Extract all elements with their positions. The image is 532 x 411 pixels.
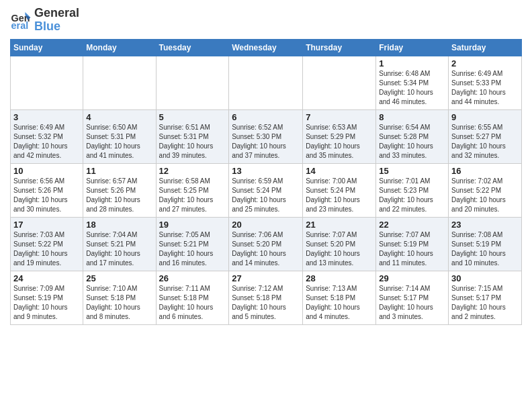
- calendar-cell: [11, 56, 83, 109]
- calendar-cell: [83, 56, 156, 109]
- day-number: 3: [13, 112, 80, 122]
- day-info: Sunrise: 7:13 AM Sunset: 5:18 PM Dayligh…: [306, 284, 373, 322]
- calendar-cell: [229, 56, 303, 109]
- day-number: 16: [451, 166, 519, 176]
- day-info: Sunrise: 6:54 AM Sunset: 5:28 PM Dayligh…: [379, 123, 445, 161]
- day-info: Sunrise: 6:49 AM Sunset: 5:32 PM Dayligh…: [13, 123, 80, 161]
- day-info: Sunrise: 7:00 AM Sunset: 5:24 PM Dayligh…: [306, 177, 373, 214]
- day-number: 5: [159, 112, 226, 122]
- day-info: Sunrise: 6:52 AM Sunset: 5:30 PM Dayligh…: [232, 123, 300, 161]
- calendar-cell: 22Sunrise: 7:07 AM Sunset: 5:19 PM Dayli…: [376, 217, 449, 271]
- calendar-cell: 11Sunrise: 6:57 AM Sunset: 5:26 PM Dayli…: [83, 163, 156, 217]
- calendar-cell: 21Sunrise: 7:07 AM Sunset: 5:20 PM Dayli…: [303, 217, 376, 271]
- day-number: 15: [379, 166, 445, 176]
- calendar-header-row: SundayMondayTuesdayWednesdayThursdayFrid…: [11, 39, 522, 56]
- calendar-cell: 4Sunrise: 6:50 AM Sunset: 5:31 PM Daylig…: [83, 109, 156, 163]
- day-info: Sunrise: 7:09 AM Sunset: 5:19 PM Dayligh…: [13, 284, 80, 322]
- day-number: 26: [159, 273, 226, 283]
- logo-text-blue: Blue: [34, 20, 79, 34]
- calendar-week-row: 1Sunrise: 6:48 AM Sunset: 5:34 PM Daylig…: [11, 56, 522, 109]
- day-info: Sunrise: 6:49 AM Sunset: 5:33 PM Dayligh…: [451, 69, 519, 107]
- day-info: Sunrise: 6:51 AM Sunset: 5:31 PM Dayligh…: [159, 123, 226, 161]
- calendar-cell: 13Sunrise: 6:59 AM Sunset: 5:24 PM Dayli…: [229, 163, 303, 217]
- day-number: 14: [306, 166, 373, 176]
- day-number: 4: [86, 112, 152, 122]
- day-info: Sunrise: 6:48 AM Sunset: 5:34 PM Dayligh…: [379, 69, 445, 107]
- calendar-cell: 12Sunrise: 6:58 AM Sunset: 5:25 PM Dayli…: [156, 163, 229, 217]
- calendar-cell: 16Sunrise: 7:02 AM Sunset: 5:22 PM Dayli…: [449, 163, 522, 217]
- day-number: 6: [232, 112, 300, 122]
- day-info: Sunrise: 7:07 AM Sunset: 5:20 PM Dayligh…: [306, 230, 373, 268]
- weekday-header-friday: Friday: [376, 39, 449, 56]
- day-info: Sunrise: 7:05 AM Sunset: 5:21 PM Dayligh…: [159, 230, 226, 268]
- day-number: 24: [13, 273, 80, 283]
- day-number: 1: [379, 58, 445, 68]
- day-number: 29: [379, 273, 445, 283]
- day-info: Sunrise: 7:15 AM Sunset: 5:17 PM Dayligh…: [451, 284, 519, 322]
- day-number: 23: [451, 220, 519, 230]
- calendar-cell: 29Sunrise: 7:14 AM Sunset: 5:17 PM Dayli…: [376, 271, 449, 324]
- calendar-cell: 5Sunrise: 6:51 AM Sunset: 5:31 PM Daylig…: [156, 109, 229, 163]
- weekday-header-monday: Monday: [83, 39, 156, 56]
- day-info: Sunrise: 7:14 AM Sunset: 5:17 PM Dayligh…: [379, 284, 445, 322]
- day-number: 7: [306, 112, 373, 122]
- calendar-cell: 19Sunrise: 7:05 AM Sunset: 5:21 PM Dayli…: [156, 217, 229, 271]
- day-info: Sunrise: 6:59 AM Sunset: 5:24 PM Dayligh…: [232, 177, 300, 214]
- day-info: Sunrise: 7:10 AM Sunset: 5:18 PM Dayligh…: [86, 284, 152, 322]
- day-number: 19: [159, 220, 226, 230]
- calendar-cell: 14Sunrise: 7:00 AM Sunset: 5:24 PM Dayli…: [303, 163, 376, 217]
- day-info: Sunrise: 6:53 AM Sunset: 5:29 PM Dayligh…: [306, 123, 373, 161]
- day-number: 13: [232, 166, 300, 176]
- calendar-week-row: 17Sunrise: 7:03 AM Sunset: 5:22 PM Dayli…: [11, 217, 522, 271]
- day-info: Sunrise: 7:03 AM Sunset: 5:22 PM Dayligh…: [13, 230, 80, 268]
- day-number: 20: [232, 220, 300, 230]
- calendar-cell: 3Sunrise: 6:49 AM Sunset: 5:32 PM Daylig…: [11, 109, 83, 163]
- calendar-cell: 8Sunrise: 6:54 AM Sunset: 5:28 PM Daylig…: [376, 109, 449, 163]
- weekday-header-tuesday: Tuesday: [156, 39, 229, 56]
- calendar-cell: 9Sunrise: 6:55 AM Sunset: 5:27 PM Daylig…: [449, 109, 522, 163]
- logo-text-general: General: [34, 7, 79, 20]
- calendar-cell: 25Sunrise: 7:10 AM Sunset: 5:18 PM Dayli…: [83, 271, 156, 324]
- calendar-cell: 2Sunrise: 6:49 AM Sunset: 5:33 PM Daylig…: [449, 56, 522, 109]
- calendar-cell: 24Sunrise: 7:09 AM Sunset: 5:19 PM Dayli…: [11, 271, 83, 324]
- calendar-cell: 27Sunrise: 7:12 AM Sunset: 5:18 PM Dayli…: [229, 271, 303, 324]
- weekday-header-thursday: Thursday: [303, 39, 376, 56]
- day-number: 2: [451, 58, 519, 68]
- calendar-cell: 10Sunrise: 6:56 AM Sunset: 5:26 PM Dayli…: [11, 163, 83, 217]
- day-info: Sunrise: 6:55 AM Sunset: 5:27 PM Dayligh…: [451, 123, 519, 161]
- day-info: Sunrise: 6:58 AM Sunset: 5:25 PM Dayligh…: [159, 177, 226, 214]
- calendar-cell: 20Sunrise: 7:06 AM Sunset: 5:20 PM Dayli…: [229, 217, 303, 271]
- logo: Gen eral General Blue: [10, 7, 79, 34]
- day-info: Sunrise: 7:11 AM Sunset: 5:18 PM Dayligh…: [159, 284, 226, 322]
- calendar-week-row: 24Sunrise: 7:09 AM Sunset: 5:19 PM Dayli…: [11, 271, 522, 324]
- day-number: 27: [232, 273, 300, 283]
- page-container: Gen eral General Blue SundayMondayTuesda…: [0, 0, 532, 328]
- calendar-cell: 30Sunrise: 7:15 AM Sunset: 5:17 PM Dayli…: [449, 271, 522, 324]
- calendar-cell: 6Sunrise: 6:52 AM Sunset: 5:30 PM Daylig…: [229, 109, 303, 163]
- calendar-cell: 28Sunrise: 7:13 AM Sunset: 5:18 PM Dayli…: [303, 271, 376, 324]
- day-number: 22: [379, 220, 445, 230]
- calendar-cell: 18Sunrise: 7:04 AM Sunset: 5:21 PM Dayli…: [83, 217, 156, 271]
- day-info: Sunrise: 7:08 AM Sunset: 5:19 PM Dayligh…: [451, 230, 519, 268]
- day-number: 9: [451, 112, 519, 122]
- day-number: 10: [13, 166, 80, 176]
- day-info: Sunrise: 6:50 AM Sunset: 5:31 PM Dayligh…: [86, 123, 152, 161]
- calendar-cell: [303, 56, 376, 109]
- day-number: 8: [379, 112, 445, 122]
- day-info: Sunrise: 7:04 AM Sunset: 5:21 PM Dayligh…: [86, 230, 152, 268]
- calendar-week-row: 3Sunrise: 6:49 AM Sunset: 5:32 PM Daylig…: [11, 109, 522, 163]
- day-number: 17: [13, 220, 80, 230]
- day-info: Sunrise: 6:57 AM Sunset: 5:26 PM Dayligh…: [86, 177, 152, 214]
- weekday-header-sunday: Sunday: [11, 39, 83, 56]
- day-info: Sunrise: 7:06 AM Sunset: 5:20 PM Dayligh…: [232, 230, 300, 268]
- header: Gen eral General Blue: [10, 7, 522, 34]
- calendar-cell: 7Sunrise: 6:53 AM Sunset: 5:29 PM Daylig…: [303, 109, 376, 163]
- day-info: Sunrise: 7:02 AM Sunset: 5:22 PM Dayligh…: [451, 177, 519, 214]
- day-number: 12: [159, 166, 226, 176]
- calendar-cell: 23Sunrise: 7:08 AM Sunset: 5:19 PM Dayli…: [449, 217, 522, 271]
- calendar-cell: 1Sunrise: 6:48 AM Sunset: 5:34 PM Daylig…: [376, 56, 449, 109]
- weekday-header-wednesday: Wednesday: [229, 39, 303, 56]
- day-info: Sunrise: 7:01 AM Sunset: 5:23 PM Dayligh…: [379, 177, 445, 214]
- day-number: 30: [451, 273, 519, 283]
- day-number: 25: [86, 273, 152, 283]
